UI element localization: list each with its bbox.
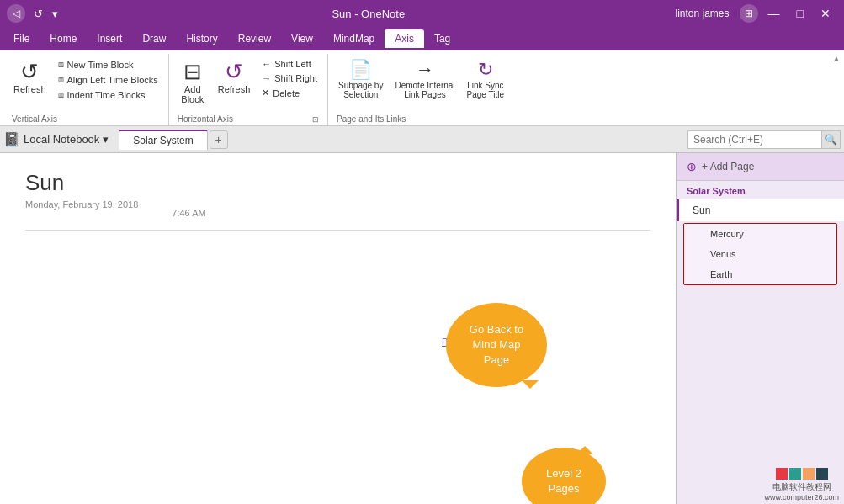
section-label: Solar System <box>677 181 844 199</box>
quick-access-toolbar: ↺ ▾ <box>30 6 61 22</box>
horizontal-axis-small-buttons: ← Shift Left → Shift Right ✕ Delete <box>257 57 322 100</box>
align-icon: ⧈ <box>58 74 64 85</box>
indent-icon: ⧈ <box>58 89 64 100</box>
notebook-icon: 📓 <box>3 131 20 147</box>
ribbon-collapse-button[interactable]: ▲ <box>832 54 841 63</box>
ribbon: ▲ ↺ Refresh ⧈ New Time Block ⧈ Align Lef… <box>0 50 844 126</box>
refresh-large-icon: ↺ <box>20 61 39 82</box>
window-title: Sun - OneNote <box>61 8 676 20</box>
shift-left-button[interactable]: ← Shift Left <box>257 57 322 71</box>
content-area: Sun Monday, February 19, 2018 7:46 AM ⛶ … <box>0 153 676 504</box>
watermark-tiles <box>776 468 828 480</box>
vertical-axis-label: Vertical Axis <box>8 113 163 125</box>
page-title: Sun <box>25 170 650 196</box>
notebook-name[interactable]: Local Notebook ▾ <box>24 133 109 146</box>
page-links-label: Page and Its Links <box>333 113 509 125</box>
menu-draw[interactable]: Draw <box>132 29 176 48</box>
add-block-icon: ⊟ <box>183 61 202 82</box>
subpage-by-selection-button[interactable]: 📄 Subpage bySelection <box>333 57 388 103</box>
undo-button[interactable]: ↺ <box>30 6 46 22</box>
page-time: 7:46 AM <box>172 208 205 218</box>
delete-icon: ✕ <box>262 88 269 98</box>
page-item-venus[interactable]: Venus <box>684 244 836 264</box>
refresh-h-button[interactable]: ↺ Refresh <box>213 57 256 98</box>
add-tab-button[interactable]: + <box>210 130 228 149</box>
callout-mindmap-tail <box>522 380 539 397</box>
page-list: Sun Mercury Venus Earth <box>677 199 844 287</box>
notebook-icon-button[interactable]: ⊞ <box>740 4 758 23</box>
ribbon-group-vertical-axis: ↺ Refresh ⧈ New Time Block ⧈ Align Left … <box>3 54 169 125</box>
refresh-button[interactable]: ↺ Refresh <box>8 57 51 98</box>
menu-review[interactable]: Review <box>228 29 281 48</box>
title-bar-left: ◁ ↺ ▾ <box>7 4 61 23</box>
page-item-mercury[interactable]: Mercury <box>684 224 836 244</box>
menu-view[interactable]: View <box>281 29 323 48</box>
refresh-h-icon: ↺ <box>225 61 243 82</box>
horizontal-axis-expand[interactable]: ⊡ <box>312 115 319 124</box>
link-sync-page-title-button[interactable]: ↻ Link SyncPage Title <box>462 57 509 103</box>
callout-level2: Level 2Pages <box>522 448 606 504</box>
link-sync-icon: ↻ <box>478 61 493 79</box>
add-block-button[interactable]: ⊟ AddBlock <box>174 57 211 108</box>
callout-level2-bubble: Level 2Pages <box>522 448 606 504</box>
tile-green <box>789 468 801 480</box>
callout-mindmap-bubble: Go Back toMind MapPage <box>446 303 547 387</box>
page-item-earth[interactable]: Earth <box>684 264 836 284</box>
menu-home[interactable]: Home <box>40 29 87 48</box>
notebook-bar: 📓 Local Notebook ▾ Solar System + 🔍 <box>0 126 844 153</box>
page-group-box: Mercury Venus Earth <box>683 223 837 285</box>
tab-bar: Solar System + <box>119 130 227 150</box>
watermark: 电脑软件教程网 www.computer26.com <box>759 465 844 504</box>
menu-axis[interactable]: Axis <box>385 29 424 48</box>
customize-button[interactable]: ▾ <box>49 6 61 22</box>
callout-level2-tail <box>576 438 593 454</box>
demote-icon: → <box>416 61 434 79</box>
menu-insert[interactable]: Insert <box>87 29 132 48</box>
delete-button[interactable]: ✕ Delete <box>257 86 322 100</box>
ribbon-group-horizontal-axis: ⊟ AddBlock ↺ Refresh ← Shift Left → Shif… <box>169 54 328 125</box>
shift-right-button[interactable]: → Shift Right <box>257 72 322 85</box>
watermark-line2: www.computer26.com <box>764 493 839 501</box>
menu-tag[interactable]: Tag <box>424 29 460 48</box>
sidebar: ⊕ + Add Page Solar System Sun Mercury Ve… <box>676 153 844 504</box>
add-page-icon: ⊕ <box>687 160 697 173</box>
user-name: linton james <box>676 8 730 19</box>
search-input[interactable] <box>687 130 822 149</box>
vertical-axis-small-buttons: ⧈ New Time Block ⧈ Align Left Time Block… <box>53 57 163 102</box>
tab-solar-system[interactable]: Solar System <box>119 130 207 150</box>
date-line: Monday, February 19, 2018 7:46 AM <box>25 199 650 231</box>
arrow-right-icon: → <box>262 73 271 83</box>
tile-red <box>776 468 788 480</box>
page-item-sun[interactable]: Sun <box>677 199 844 221</box>
watermark-line1: 电脑软件教程网 <box>772 481 831 493</box>
tile-dark <box>816 468 828 480</box>
menu-mindmap[interactable]: MindMap <box>323 29 385 48</box>
demote-internal-link-pages-button[interactable]: → Demote InternalLink Pages <box>390 57 459 103</box>
minimize-button[interactable]: — <box>762 6 787 21</box>
close-button[interactable]: ✕ <box>814 6 837 21</box>
page-date: Monday, February 19, 2018 <box>25 199 138 210</box>
title-bar: ◁ ↺ ▾ Sun - OneNote linton james ⊞ — □ ✕ <box>0 0 844 27</box>
search-bar: 🔍 <box>687 130 841 149</box>
tile-orange <box>803 468 815 480</box>
add-page-button[interactable]: ⊕ + Add Page <box>677 153 844 181</box>
menu-history[interactable]: History <box>176 29 227 48</box>
main-area: Sun Monday, February 19, 2018 7:46 AM ⛶ … <box>0 153 844 504</box>
back-button[interactable]: ◁ <box>7 4 25 23</box>
arrow-left-icon: ← <box>262 59 271 69</box>
ribbon-group-page-links: 📄 Subpage bySelection → Demote InternalL… <box>328 54 514 125</box>
title-bar-right: linton james ⊞ — □ ✕ <box>676 4 838 23</box>
search-button[interactable]: 🔍 <box>822 130 841 149</box>
horizontal-axis-label: Horizontal Axis ⊡ <box>174 113 322 125</box>
notebook-dropdown-icon: ▾ <box>103 133 109 146</box>
time-block-icon: ⧈ <box>58 59 64 70</box>
callout-mindmap: Go Back toMind MapPage <box>446 303 547 387</box>
indent-time-blocks-button[interactable]: ⧈ Indent Time Blocks <box>53 88 163 102</box>
align-left-time-blocks-button[interactable]: ⧈ Align Left Time Blocks <box>53 72 163 87</box>
subpage-icon: 📄 <box>349 61 372 79</box>
menu-bar: File Home Insert Draw History Review Vie… <box>0 27 844 50</box>
menu-file[interactable]: File <box>3 29 40 48</box>
new-time-block-button[interactable]: ⧈ New Time Block <box>53 57 163 72</box>
maximize-button[interactable]: □ <box>790 6 810 21</box>
